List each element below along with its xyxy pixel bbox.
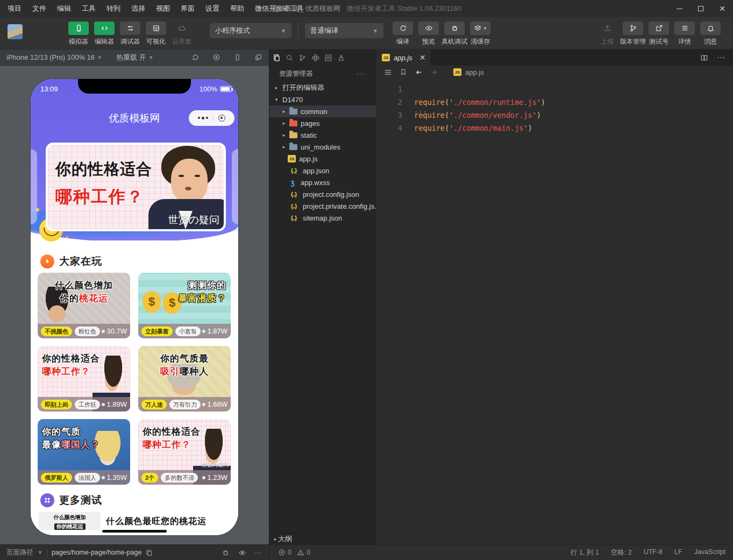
preview-eye-icon[interactable]: [238, 549, 246, 557]
hot-reload-toggle[interactable]: 热重载 开▼: [116, 53, 154, 62]
menu-视图[interactable]: 视图: [151, 0, 175, 17]
mode-select[interactable]: 小程序模式▼: [210, 23, 291, 38]
status-item[interactable]: 空格: 2: [611, 548, 632, 557]
toolbar-button-消息[interactable]: 消息: [698, 22, 723, 46]
toolbar-button-清缓存[interactable]: ▼清缓存: [467, 22, 493, 46]
banner-quiz-card[interactable]: 你的性格适合 哪种工作？ 世贤の疑问: [46, 143, 226, 231]
banner-line1: 你的性格适合: [55, 159, 152, 180]
debug-icon[interactable]: [222, 549, 230, 557]
quiz-card[interactable]: 测测你的暴富潜质？立刻暴富小富翁1.87W: [138, 273, 231, 338]
folder-icon: [289, 109, 297, 115]
toolbar-button-真机调试[interactable]: 真机调试: [442, 22, 467, 46]
toolbar-button-编辑器[interactable]: 编辑器: [91, 22, 117, 46]
menu-项目[interactable]: 项目: [2, 0, 27, 17]
files-icon[interactable]: [273, 54, 281, 62]
tree-item-project.config.json[interactable]: {..}project.config.json: [269, 188, 376, 200]
tree-item-[interactable]: ▸打开的编辑器: [269, 82, 376, 94]
tree-item-app.js[interactable]: JSapp.js: [269, 153, 376, 165]
close-tab-icon[interactable]: ✕: [419, 53, 426, 62]
tree-item-label: pages: [301, 119, 319, 127]
breadcrumb[interactable]: JS app.js: [453, 68, 484, 76]
toolbar-button-调试器[interactable]: 调试器: [117, 22, 143, 46]
toolbar-button-label: 编译: [396, 37, 409, 46]
toolbar-button-可视化[interactable]: 可视化: [143, 22, 169, 46]
quiz-tag-primary: 即刻上岗: [41, 400, 72, 409]
menu-文件[interactable]: 文件: [27, 0, 52, 17]
bookmark-icon[interactable]: [400, 68, 407, 76]
quiz-card[interactable]: 你的气质最吸引哪种人万人迷万有引力1.68W: [138, 346, 231, 412]
ink-icon[interactable]: [337, 54, 345, 62]
branch-icon[interactable]: [298, 54, 307, 62]
tree-item-common[interactable]: ▸common: [269, 105, 376, 117]
forward-icon[interactable]: [430, 68, 438, 76]
tree-item-D1470[interactable]: ▾D1470: [269, 94, 376, 105]
maximize-icon: [698, 6, 703, 11]
split-editor-icon[interactable]: [700, 53, 708, 62]
toolbar-button-编译[interactable]: 编译: [390, 22, 416, 46]
status-item[interactable]: JavaScript: [694, 548, 725, 557]
tree-item-static[interactable]: ▸static: [269, 129, 376, 141]
page-path-label[interactable]: 页面路径: [6, 548, 33, 557]
tree-item-app.wxss[interactable]: ʒapp.wxss: [269, 176, 376, 188]
editor-more-button[interactable]: ···: [717, 53, 725, 62]
toolbar-button-label: 测试号: [649, 37, 668, 46]
avatar[interactable]: [8, 24, 23, 39]
menu-编辑[interactable]: 编辑: [52, 0, 76, 17]
menu-工具[interactable]: 工具: [76, 0, 101, 17]
tree-item-uni_modules[interactable]: ▸uni_modules: [269, 141, 376, 153]
search-icon[interactable]: [286, 54, 294, 62]
outline-section[interactable]: ▸ 大纲: [269, 533, 376, 544]
tree-item-app.json[interactable]: {..}app.json: [269, 165, 376, 176]
record-icon[interactable]: [212, 53, 220, 61]
menu-界面[interactable]: 界面: [175, 0, 200, 17]
toolbar-button-详情[interactable]: 详情: [672, 22, 698, 46]
compile-select[interactable]: 普通编译▼: [305, 23, 383, 38]
toolbar-button-版本管理[interactable]: 版本管理: [620, 22, 646, 46]
toolbar-button-测试号[interactable]: 测试号: [646, 22, 672, 46]
minimize-button[interactable]: [668, 0, 690, 17]
quiz-card[interactable]: 什么颜色增加你的桃花运不挑颜色粉红色30.7W: [38, 273, 130, 338]
menu-微信开发者工具[interactable]: 微信开发者工具: [250, 0, 309, 17]
rotate-icon[interactable]: [191, 53, 200, 61]
toolbar-button-模拟器[interactable]: 模拟器: [66, 22, 91, 46]
quiz-card[interactable]: 你的性格适合哪种工作？即刻上岗工作狂1.89W: [38, 346, 130, 412]
maximize-button[interactable]: [690, 0, 711, 17]
windows-icon[interactable]: [254, 53, 262, 61]
toolbar-button-label: 清缓存: [471, 37, 490, 46]
miniapp-capsule[interactable]: [189, 110, 234, 126]
tab-app-js[interactable]: JS app.js ✕: [376, 49, 431, 66]
close-button[interactable]: ✕: [711, 0, 733, 17]
status-item[interactable]: LF: [674, 548, 682, 557]
toolbar-button-预览[interactable]: 预览: [416, 22, 442, 46]
problem-counters[interactable]: 0 0: [269, 545, 310, 560]
simulator-stage: 13:09 100% 优质模板网: [0, 66, 269, 544]
quiz-card[interactable]: 你的气质最像哪国人？俄罗斯人法国人1.35W: [38, 419, 130, 485]
window-controls: ✕: [668, 0, 733, 17]
tree-item-project.private.config.js...[interactable]: {..}project.private.config.js...: [269, 200, 376, 212]
chevron-right-icon: ▸: [281, 109, 287, 114]
menu-转到[interactable]: 转到: [101, 0, 126, 17]
code-editor[interactable]: 12require('./common/runtime.js')···3requ…: [376, 79, 733, 544]
more-test-title[interactable]: 什么颜色最旺您的桃花运: [106, 516, 207, 527]
phone-preview[interactable]: 13:09 100% 优质模板网: [31, 79, 238, 535]
menu-选择[interactable]: 选择: [126, 0, 151, 17]
copy-path-icon[interactable]: [146, 549, 153, 556]
layers-icon: [474, 24, 482, 32]
status-item[interactable]: UTF-8: [644, 548, 663, 557]
outline-list-icon[interactable]: [384, 68, 392, 76]
menu-设置[interactable]: 设置: [200, 0, 225, 17]
tree-item-pages[interactable]: ▸pages: [269, 117, 376, 129]
extensions-icon[interactable]: [311, 54, 319, 62]
quiz-card[interactable]: 你的性格适合哪种工作？世贤の疑问2个多的数不清1.23W: [138, 419, 231, 485]
device-icon[interactable]: [233, 53, 241, 61]
back-icon[interactable]: [415, 68, 423, 76]
tree-item-sitemap.json[interactable]: {..}sitemap.json: [269, 212, 376, 224]
device-select[interactable]: iPhone 12/13 (Pro) 100% 16▼: [6, 53, 102, 61]
status-item[interactable]: 行 1, 列 1: [571, 548, 599, 557]
menu-帮助[interactable]: 帮助: [225, 0, 250, 17]
quiz-tag-primary: 俄罗斯人: [41, 473, 72, 483]
npm-icon[interactable]: [324, 54, 332, 62]
status-more-button[interactable]: ···: [255, 549, 262, 556]
explorer-more-button[interactable]: ···: [357, 70, 367, 77]
more-test-thumbnail[interactable]: 什么颜色增加 你的桃花运: [39, 512, 101, 530]
